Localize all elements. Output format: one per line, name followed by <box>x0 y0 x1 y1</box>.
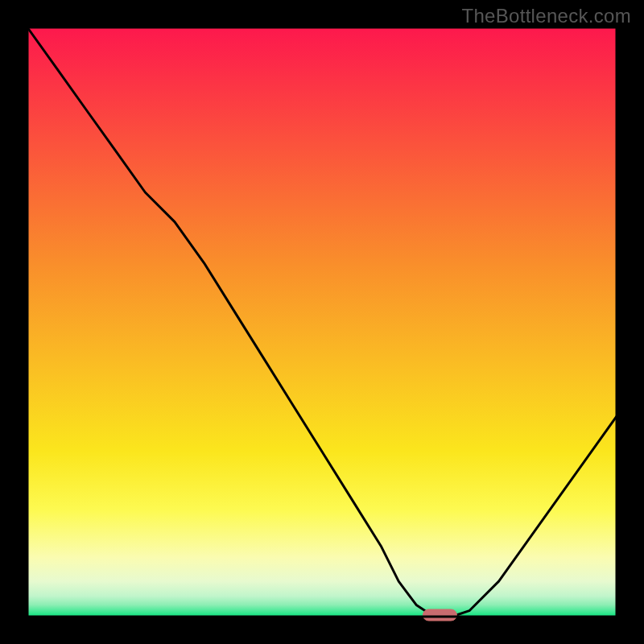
optimum-marker <box>423 609 456 621</box>
plot-background <box>27 27 617 617</box>
bottleneck-chart <box>0 0 644 644</box>
chart-frame: TheBottleneck.com <box>0 0 644 644</box>
